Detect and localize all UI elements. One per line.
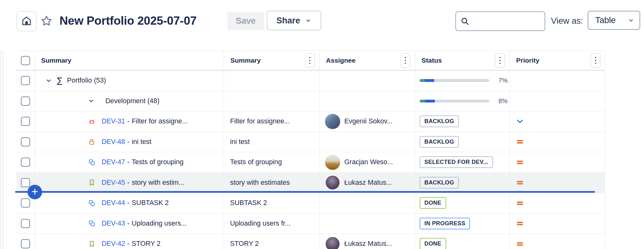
summary-cell: DEV-42-STORY 2 xyxy=(35,234,224,249)
summary-text: story with estimates xyxy=(230,179,290,187)
column-menu-button[interactable] xyxy=(591,53,601,68)
priority-medium-icon[interactable] xyxy=(516,178,524,187)
summary-text-cell: SUBTASK 2 xyxy=(224,193,320,213)
priority-cell xyxy=(510,71,605,91)
row-checkbox[interactable] xyxy=(21,178,30,187)
assignee-cell xyxy=(320,193,415,213)
table-body: ∑Portfolio (53)7%Development (48)8%DEV-3… xyxy=(16,71,605,249)
expand-chevron-icon[interactable] xyxy=(88,97,95,104)
issue-key-link[interactable]: DEV-42 xyxy=(102,240,125,248)
view-as-label: View as: xyxy=(551,16,583,26)
search-box xyxy=(455,11,545,31)
story-icon xyxy=(88,240,96,248)
summary-text-cell: ini test xyxy=(224,132,320,152)
priority-medium-icon[interactable] xyxy=(516,199,524,207)
issue-key-link[interactable]: DEV-45 xyxy=(102,179,125,187)
priority-medium-icon[interactable] xyxy=(516,240,524,248)
issue-row: DEV-45-story with estim...story with est… xyxy=(16,173,605,193)
column-menu-button[interactable] xyxy=(400,53,410,68)
priority-medium-icon[interactable] xyxy=(516,138,524,146)
group-label: Development (48) xyxy=(105,97,159,105)
add-row-button[interactable]: + xyxy=(28,185,42,199)
status-badge[interactable]: BACKLOG xyxy=(420,177,459,189)
home-button[interactable] xyxy=(16,11,37,31)
row-checkbox[interactable] xyxy=(21,96,30,106)
page-title: New Portfolio 2025-07-07 xyxy=(59,0,197,42)
status-badge[interactable]: DONE xyxy=(420,197,446,209)
status-cell: DONE xyxy=(415,193,510,213)
summary-cell: DEV-44-SUBTASK 2 xyxy=(35,193,224,213)
save-button[interactable]: Save xyxy=(227,12,264,30)
column-header-summary: Summary xyxy=(224,51,320,70)
view-as-select[interactable]: Table xyxy=(588,11,640,30)
issue-key-link[interactable]: DEV-43 xyxy=(102,220,125,227)
priority-low-icon[interactable] xyxy=(516,117,524,126)
issue-key-link[interactable]: DEV-48 xyxy=(102,138,125,146)
row-checkbox[interactable] xyxy=(21,137,30,146)
priority-medium-icon[interactable] xyxy=(516,158,524,166)
key-title-separator: - xyxy=(127,158,129,166)
group-row: ∑Portfolio (53)7% xyxy=(16,71,605,91)
assignee-cell xyxy=(320,214,415,234)
assignee-name: Gracjan Weso... xyxy=(344,158,393,166)
row-checkbox[interactable] xyxy=(21,158,30,167)
share-button[interactable]: Share xyxy=(267,11,321,30)
status-cell: BACKLOG xyxy=(415,132,510,152)
group-label: Portfolio (53) xyxy=(67,77,106,84)
subtask-icon xyxy=(88,159,96,166)
column-menu-button[interactable] xyxy=(305,53,315,68)
assignee-cell xyxy=(320,71,415,91)
row-checkbox[interactable] xyxy=(21,198,30,208)
summary-text: Uploading users fr... xyxy=(230,220,291,227)
star-icon[interactable] xyxy=(40,15,53,27)
column-header-summary-main: Summary xyxy=(35,51,224,70)
row-checkbox[interactable] xyxy=(21,117,30,126)
issue-row: DEV-48-ini testini testBACKLOG xyxy=(16,132,605,153)
issue-row: DEV-31-Filter for assigne...Filter for a… xyxy=(16,111,605,132)
progress-percent: 8% xyxy=(492,97,508,105)
expand-chevron-icon[interactable] xyxy=(45,77,52,84)
status-badge[interactable]: IN PROGRESS xyxy=(420,218,470,229)
select-all-checkbox[interactable] xyxy=(21,56,30,65)
column-header-status: Status xyxy=(415,51,510,70)
assignee-cell: Łukasz Matus... xyxy=(320,173,415,193)
insert-row-line xyxy=(15,191,595,193)
issue-key-link[interactable]: DEV-44 xyxy=(102,199,125,207)
summary-text: Filter for assignee... xyxy=(230,117,290,125)
assignee-cell xyxy=(320,132,415,152)
row-select-cell xyxy=(16,71,35,91)
status-badge[interactable]: BACKLOG xyxy=(420,115,459,127)
status-badge[interactable]: DONE xyxy=(420,238,446,249)
column-label: Priority xyxy=(510,57,540,64)
search-icon xyxy=(460,16,470,26)
summary-text: SUBTASK 2 xyxy=(230,199,267,207)
issue-key-link[interactable]: DEV-47 xyxy=(102,158,125,166)
status-cell: BACKLOG xyxy=(415,111,510,132)
status-badge[interactable]: SELECTED FOR DEV... xyxy=(420,156,493,168)
avatar xyxy=(325,114,340,129)
key-title-separator: - xyxy=(127,179,129,187)
row-checkbox[interactable] xyxy=(21,76,30,85)
portfolio-page: New Portfolio 2025-07-07 Save Share View… xyxy=(0,0,644,249)
priority-cell xyxy=(510,173,605,193)
status-cell: DONE xyxy=(415,234,510,249)
priority-medium-icon[interactable] xyxy=(516,219,524,227)
progress-bar xyxy=(420,100,489,103)
issue-row: DEV-43-Uploading users...Uploading users… xyxy=(16,214,605,234)
row-checkbox[interactable] xyxy=(21,219,30,228)
lock-icon xyxy=(88,138,96,146)
issue-key-link[interactable]: DEV-31 xyxy=(102,117,125,125)
priority-cell xyxy=(510,234,605,249)
column-menu-button[interactable] xyxy=(495,53,505,68)
summary-text: ini test xyxy=(230,138,250,146)
key-title-separator: - xyxy=(127,199,129,207)
column-label: Status xyxy=(415,57,442,64)
row-checkbox[interactable] xyxy=(21,239,30,248)
status-badge[interactable]: BACKLOG xyxy=(420,136,459,148)
priority-cell xyxy=(510,193,605,213)
row-select-cell xyxy=(16,111,35,132)
priority-cell xyxy=(510,214,605,234)
summary-text-cell xyxy=(224,71,320,91)
search-input[interactable] xyxy=(473,17,545,26)
assignee-cell: Gracjan Weso... xyxy=(320,152,415,172)
